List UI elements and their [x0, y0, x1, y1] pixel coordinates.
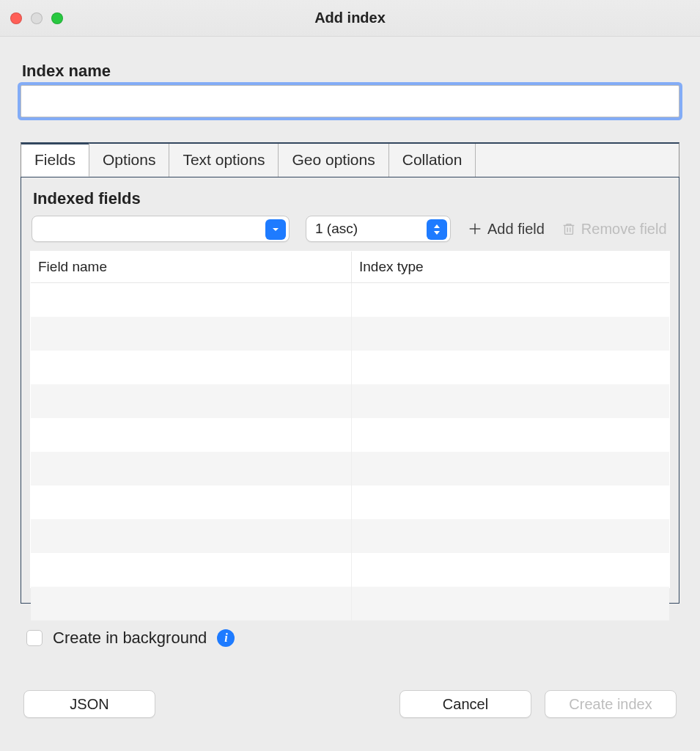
table-row [31, 384, 669, 418]
titlebar: Add index [0, 0, 700, 37]
add-field-button[interactable]: Add field [467, 221, 545, 238]
close-window-button[interactable] [10, 12, 22, 24]
create-in-background-checkbox[interactable] [26, 630, 43, 646]
table-row [31, 486, 669, 519]
json-button[interactable]: JSON [23, 690, 155, 718]
table-row [31, 351, 669, 384]
table-row [31, 587, 669, 620]
fields-table: Field name Index type [30, 251, 670, 588]
add-field-label: Add field [487, 221, 545, 238]
index-name-label: Index name [22, 62, 679, 81]
tab-geo-options[interactable]: Geo options [279, 144, 388, 177]
sort-select[interactable]: 1 (asc) [306, 216, 451, 242]
plus-icon [467, 221, 483, 237]
window-title: Add index [314, 10, 386, 26]
table-row [31, 283, 669, 317]
tab-text-options[interactable]: Text options [169, 144, 279, 177]
remove-field-label: Remove field [581, 221, 667, 238]
remove-field-button: Remove field [561, 221, 667, 238]
zoom-window-button[interactable] [51, 12, 63, 24]
cancel-button[interactable]: Cancel [399, 690, 531, 718]
tab-fields[interactable]: Fields [21, 142, 89, 177]
create-index-button: Create index [545, 690, 677, 718]
field-select[interactable] [32, 216, 290, 242]
col-field-name[interactable]: Field name [31, 252, 352, 282]
table-row [31, 418, 669, 452]
info-icon[interactable]: i [217, 629, 235, 647]
create-in-background-label: Create in background [53, 629, 207, 648]
trash-icon [561, 221, 577, 237]
table-row [31, 553, 669, 587]
sort-select-value: 1 (asc) [315, 221, 358, 237]
table-row [31, 317, 669, 351]
tab-collation[interactable]: Collation [389, 144, 476, 177]
stepper-icon [427, 219, 447, 240]
tab-options[interactable]: Options [89, 144, 169, 177]
col-index-type[interactable]: Index type [352, 252, 669, 282]
fields-table-body [31, 283, 669, 620]
svg-rect-2 [564, 225, 572, 234]
table-row [31, 519, 669, 553]
index-name-input[interactable] [21, 85, 679, 117]
tabbar: Fields Options Text options Geo options … [21, 142, 679, 177]
fields-panel: Indexed fields 1 (asc) [21, 177, 679, 604]
table-row [31, 452, 669, 486]
window-controls [10, 12, 63, 24]
chevron-down-icon [265, 219, 286, 240]
minimize-window-button [31, 12, 43, 24]
indexed-fields-heading: Indexed fields [33, 189, 671, 208]
